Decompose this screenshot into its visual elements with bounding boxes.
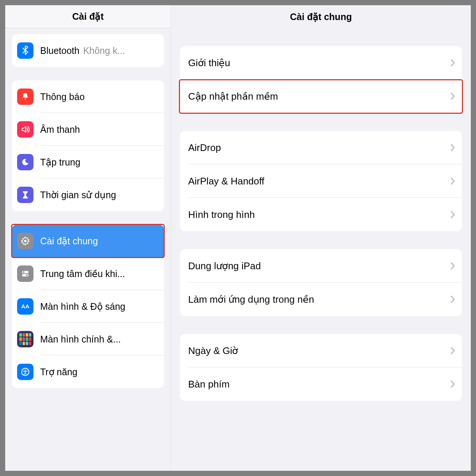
detail-item-label: Giới thiệu — [188, 57, 450, 69]
bluetooth-icon — [17, 42, 33, 59]
chevron-right-icon — [450, 177, 455, 186]
detail-item-bgrefresh[interactable]: Làm mới ứng dụng trong nền — [180, 283, 462, 316]
sidebar-item-controlcenter[interactable]: Trung tâm điều khi... — [12, 257, 164, 290]
sidebar-title: Cài đặt — [5, 5, 171, 28]
detail-item-label: AirPlay & Handoff — [188, 176, 450, 187]
sidebar-group: Cài đặt chung Trung tâm điều khi... AA — [12, 225, 164, 388]
sidebar-item-accessibility[interactable]: Trợ năng — [12, 356, 164, 388]
sidebar-item-label: Thời gian sử dụng — [40, 190, 116, 200]
sidebar-item-value: Không k... — [83, 45, 164, 56]
detail-item-label: Dung lượng iPad — [188, 260, 450, 272]
chevron-right-icon — [450, 295, 455, 304]
chevron-right-icon — [450, 143, 455, 152]
sidebar-body: Bluetooth Không k... Thông báo — [5, 28, 171, 471]
detail-body: Giới thiệu Cập nhật phần mềm AirDrop — [171, 28, 471, 471]
chevron-right-icon — [450, 58, 455, 67]
sidebar-item-label: Cài đặt chung — [40, 236, 98, 247]
detail-pane: Cài đặt chung Giới thiệu Cập nhật phần m… — [171, 5, 471, 471]
detail-item-label: AirDrop — [188, 142, 450, 154]
detail-item-label: Hình trong hình — [188, 209, 450, 221]
sidebar-item-label: Âm thanh — [40, 124, 80, 135]
sidebar-item-label: Màn hình & Độ sáng — [40, 301, 125, 312]
detail-item-software-update[interactable]: Cập nhật phần mềm — [180, 80, 462, 113]
detail-item-label: Cập nhật phần mềm — [188, 91, 450, 102]
sidebar-group: Thông báo Âm thanh Tập trung — [12, 80, 164, 211]
chevron-right-icon — [450, 210, 455, 219]
controlcenter-icon — [17, 266, 33, 282]
sidebar-item-label: Thông báo — [40, 91, 85, 102]
sidebar-item-label: Trợ năng — [40, 367, 77, 377]
sidebar-item-screentime[interactable]: Thời gian sử dụng — [12, 178, 164, 211]
detail-title: Cài đặt chung — [171, 5, 471, 28]
sidebar-group: Bluetooth Không k... — [12, 34, 164, 67]
notifications-icon — [17, 89, 33, 105]
detail-group: Giới thiệu Cập nhật phần mềm — [180, 46, 462, 113]
detail-group: Dung lượng iPad Làm mới ứng dụng trong n… — [180, 249, 462, 316]
accessibility-icon — [17, 364, 33, 380]
sound-icon — [17, 121, 33, 138]
detail-item-label: Bàn phím — [188, 379, 450, 390]
sidebar-item-sound[interactable]: Âm thanh — [12, 113, 164, 146]
focus-icon — [17, 154, 33, 170]
detail-item-about[interactable]: Giới thiệu — [180, 46, 462, 80]
settings-sidebar: Cài đặt Bluetooth Không k... — [5, 5, 171, 471]
detail-item-airplay[interactable]: AirPlay & Handoff — [180, 164, 462, 198]
chevron-right-icon — [450, 346, 455, 355]
svg-text:AA: AA — [21, 303, 29, 309]
chevron-right-icon — [450, 261, 455, 270]
screentime-icon — [17, 187, 33, 203]
homescreen-icon — [17, 331, 33, 347]
detail-item-label: Ngày & Giờ — [188, 345, 450, 357]
chevron-right-icon — [450, 92, 455, 101]
svg-point-2 — [23, 271, 25, 273]
svg-point-0 — [24, 240, 27, 242]
detail-group: Ngày & Giờ Bàn phím — [180, 334, 462, 401]
detail-item-storage[interactable]: Dung lượng iPad — [180, 249, 462, 283]
svg-point-7 — [25, 370, 26, 371]
sidebar-item-notifications[interactable]: Thông báo — [12, 80, 164, 113]
sidebar-item-bluetooth[interactable]: Bluetooth Không k... — [12, 34, 164, 67]
svg-point-4 — [26, 274, 28, 276]
detail-item-pip[interactable]: Hình trong hình — [180, 198, 462, 231]
detail-item-airdrop[interactable]: AirDrop — [180, 131, 462, 164]
sidebar-item-display[interactable]: AA Màn hình & Độ sáng — [12, 290, 164, 323]
sidebar-item-general[interactable]: Cài đặt chung — [12, 225, 164, 257]
detail-item-keyboard[interactable]: Bàn phím — [180, 367, 462, 401]
general-icon — [17, 233, 33, 249]
sidebar-item-label: Trung tâm điều khi... — [40, 268, 125, 279]
sidebar-item-label: Tập trung — [40, 157, 80, 168]
display-icon: AA — [17, 298, 33, 315]
sidebar-item-label: Bluetooth — [40, 45, 80, 56]
detail-group: AirDrop AirPlay & Handoff Hình trong hìn… — [180, 131, 462, 231]
sidebar-item-label: Màn hình chính &... — [40, 334, 121, 345]
sidebar-item-focus[interactable]: Tập trung — [12, 146, 164, 178]
sidebar-item-homescreen[interactable]: Màn hình chính &... — [12, 323, 164, 356]
detail-item-datetime[interactable]: Ngày & Giờ — [180, 334, 462, 367]
detail-item-label: Làm mới ứng dụng trong nền — [188, 294, 450, 305]
chevron-right-icon — [450, 380, 455, 389]
